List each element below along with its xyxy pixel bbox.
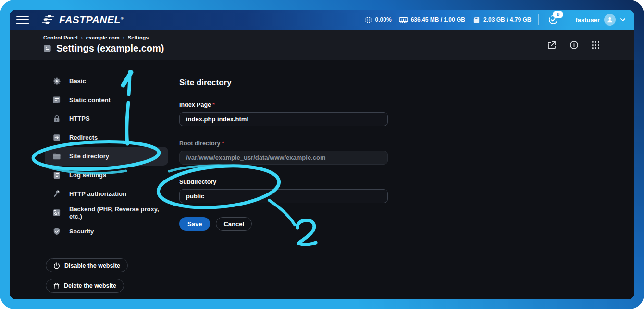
sidebar-item-site-directory[interactable]: Site directory — [45, 147, 168, 166]
folder-icon — [52, 152, 62, 161]
root-directory-label: Root directory* — [179, 140, 391, 147]
required-marker: * — [222, 140, 224, 147]
user-menu[interactable]: fastuser — [575, 14, 626, 26]
sidebar-item-label: HTTPS — [69, 115, 90, 122]
sidebar-item-backend[interactable]: Backend (PHP, Reverse proxy, etc.) — [45, 203, 168, 222]
topbar: FASTPANEL® 0.00% — [10, 10, 634, 30]
sidebar-item-static-content[interactable]: Static content — [45, 90, 168, 109]
title-row: Settings (example.com) — [43, 43, 634, 54]
site-directory-form: Site directory Index Page* Root director… — [179, 60, 391, 299]
sidebar-item-label: Basic — [69, 77, 86, 85]
power-icon — [53, 262, 60, 269]
sidebar-item-label: Site directory — [69, 153, 109, 160]
sidebar-item-label: Static content — [69, 96, 111, 103]
page-header: Control Panel › example.com › Settings S… — [10, 30, 634, 60]
registered-mark: ® — [121, 16, 124, 21]
form-heading: Site directory — [179, 78, 391, 88]
breadcrumb-separator: › — [81, 35, 83, 40]
code-icon — [52, 208, 62, 218]
root-directory-input — [179, 151, 388, 165]
brand-logo[interactable]: FASTPANEL® — [42, 15, 124, 25]
disable-website-label: Disable the website — [64, 262, 120, 269]
username: fastuser — [575, 16, 600, 24]
index-page-input[interactable] — [179, 112, 388, 126]
disable-website-button[interactable]: Disable the website — [46, 258, 128, 272]
breadcrumb-site[interactable]: example.com — [86, 35, 120, 40]
sidebar-item-security[interactable]: Security — [45, 222, 168, 241]
sidebar-item-label: Security — [69, 228, 94, 235]
cpu-usage: 0.00% — [364, 16, 392, 24]
subdirectory-field-group: Subdirectory — [179, 179, 391, 203]
form-actions: Save Cancel — [179, 217, 391, 231]
avatar — [604, 14, 616, 26]
sidebar-item-basic[interactable]: Basic — [45, 72, 168, 90]
cpu-value: 0.00% — [375, 16, 392, 23]
ram-usage: 636.45 MB / 1.00 GB — [399, 16, 465, 24]
sidebar-item-log-settings[interactable]: Log settings — [45, 166, 168, 184]
hamburger-menu-icon[interactable] — [16, 16, 29, 24]
brand-name: FASTPANEL® — [59, 15, 124, 25]
key-icon — [52, 189, 62, 199]
ram-value: 636.45 MB / 1.00 GB — [411, 16, 465, 23]
disk-icon — [472, 16, 481, 24]
required-marker: * — [212, 102, 215, 108]
open-external-icon[interactable] — [547, 40, 557, 50]
gear-icon — [52, 77, 62, 86]
notifications-button[interactable]: 0 — [546, 13, 560, 27]
subdirectory-input[interactable] — [179, 189, 388, 203]
sidebar-item-label: Log settings — [69, 171, 106, 179]
settings-sidebar: Basic Static content — [45, 60, 168, 299]
log-icon — [52, 170, 62, 180]
sidebar-item-label: Redirects — [69, 134, 98, 141]
save-button[interactable]: Save — [179, 217, 210, 231]
sidebar-item-https[interactable]: HTTPS — [45, 109, 168, 128]
disk-value: 2.03 GB / 4.79 GB — [483, 16, 531, 23]
root-directory-field-group: Root directory* — [179, 140, 391, 165]
apps-grid-icon[interactable] — [592, 41, 600, 49]
index-page-field-group: Index Page* — [179, 102, 391, 126]
breadcrumb-separator: › — [123, 35, 124, 40]
breadcrumb-settings[interactable]: Settings — [128, 35, 149, 40]
shield-icon — [52, 227, 62, 236]
content-area: Basic Static content — [10, 60, 634, 299]
redirect-icon — [52, 133, 62, 142]
sidebar-item-label: HTTP authorization — [69, 190, 126, 197]
site-image-icon — [43, 44, 51, 52]
person-icon — [607, 16, 613, 23]
breadcrumb-control-panel[interactable]: Control Panel — [43, 35, 78, 40]
index-page-label: Index Page* — [179, 102, 391, 108]
sidebar-item-redirects[interactable]: Redirects — [45, 128, 168, 147]
subdirectory-label: Subdirectory — [179, 179, 391, 185]
topbar-divider — [538, 14, 539, 25]
disk-usage: 2.03 GB / 4.79 GB — [472, 16, 531, 24]
ram-icon — [399, 16, 408, 24]
page-title: Settings (example.com) — [56, 43, 164, 54]
topbar-divider — [568, 14, 568, 25]
info-icon[interactable] — [570, 40, 579, 50]
document-icon — [52, 95, 62, 105]
cancel-button[interactable]: Cancel — [216, 217, 252, 231]
header-actions — [547, 40, 600, 50]
cpu-icon — [364, 16, 372, 24]
screenshot-canvas: FASTPANEL® 0.00% — [0, 0, 644, 309]
sidebar-item-http-authorization[interactable]: HTTP authorization — [45, 184, 168, 203]
breadcrumb: Control Panel › example.com › Settings — [43, 35, 634, 40]
delete-website-button[interactable]: Delete the website — [46, 279, 124, 293]
sidebar-item-label: Backend (PHP, Reverse proxy, etc.) — [69, 206, 168, 220]
trash-icon — [53, 283, 60, 289]
equalizer-icon — [42, 15, 55, 25]
app-window: FASTPANEL® 0.00% — [10, 10, 634, 299]
notification-count-badge: 0 — [553, 11, 563, 18]
topbar-status-cluster: 0.00% 636.45 MB / 1.00 GB — [364, 13, 626, 27]
chevron-down-icon — [620, 18, 626, 22]
lock-icon — [52, 114, 62, 124]
delete-website-label: Delete the website — [64, 283, 116, 289]
